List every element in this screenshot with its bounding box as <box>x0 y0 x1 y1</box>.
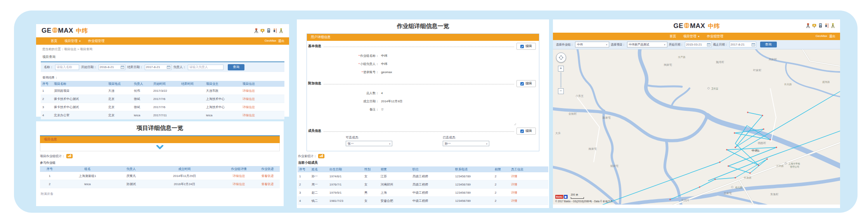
nav-project-management[interactable]: 项目管理▼ <box>683 34 700 39</box>
map-viewport[interactable]: 中纬1 小东王金陵村大升颜家宅顾家宅陆家宅陶家宅水产路施湾村叶家村周家村长高路观… <box>553 49 840 205</box>
section-basic: 基本信息 编辑 <box>307 41 539 50</box>
edit-extra-button[interactable]: 编辑 <box>516 80 536 87</box>
user-detail-bar: 用户详细信息 <box>307 34 539 41</box>
chevron-down-icon: ▾ <box>389 142 390 145</box>
table-link[interactable]: 详情 <box>511 191 517 194</box>
zoom-out-button[interactable]: − <box>558 88 564 94</box>
logo-text-ge: GE <box>42 27 52 35</box>
map-label: 王家宅 <box>724 192 732 195</box>
start-date-input[interactable] <box>100 65 120 69</box>
table-link[interactable]: 详情 <box>511 175 517 178</box>
map-label: 金陵村 <box>568 112 577 116</box>
nav-user-area[interactable]: GeoMax退出 <box>816 34 835 38</box>
nav-workgroup-management[interactable]: 作业组管理 <box>707 34 724 39</box>
search-button[interactable]: 查询 <box>228 64 244 70</box>
logout-link[interactable]: 退出 <box>829 34 835 38</box>
controller-icon <box>818 23 823 28</box>
end-date-input[interactable] <box>146 65 166 69</box>
available-members-select[interactable]: 张一 ▾ <box>346 141 392 146</box>
table-link[interactable]: 详情 <box>511 183 517 186</box>
map-label: 桃园村 <box>758 142 766 145</box>
nav-workgroup-management[interactable]: 作业组管理 <box>88 39 105 44</box>
surveyor-icon <box>824 23 829 28</box>
start-date-input[interactable] <box>686 43 706 46</box>
expand-collapse-row[interactable] <box>40 143 280 151</box>
workload-stats-line: 作业量统计： <box>297 151 549 159</box>
column-header: 职位 <box>411 166 454 172</box>
nav-project-management[interactable]: 项目管理▼ <box>64 39 81 44</box>
map-label: 大升 <box>555 132 561 135</box>
field-group-name: *作业组名称： 中纬 <box>307 54 539 58</box>
surveyor-icon <box>272 28 277 33</box>
end-date-field[interactable] <box>729 42 756 47</box>
edit-basic-button[interactable]: 编辑 <box>516 43 536 50</box>
owner-label: 负责人： <box>173 65 186 69</box>
globe-icon <box>684 23 690 30</box>
calendar-icon[interactable] <box>167 65 170 69</box>
table-row: 2徕卡技术中心测试北京徐斌2017/7/6上海技术中心详细信息 <box>41 95 284 103</box>
start-date-field[interactable] <box>99 65 125 70</box>
start-date-field[interactable] <box>685 42 712 47</box>
nav-home[interactable]: 首页 <box>670 34 676 39</box>
bar-chart-icon[interactable] <box>318 154 324 158</box>
table-link[interactable]: 详细信息 <box>243 97 255 101</box>
table-link[interactable]: 详细信息 <box>243 89 255 93</box>
end-date-field[interactable] <box>145 65 172 70</box>
group-select[interactable]: 中纬▾ <box>575 42 609 47</box>
end-date-input[interactable] <box>731 43 751 46</box>
calendar-icon[interactable] <box>752 43 755 46</box>
calendar-icon[interactable] <box>121 65 124 69</box>
zoom-slider[interactable] <box>560 72 561 88</box>
table-link[interactable]: 详细信息 <box>243 114 255 117</box>
edit-member-button[interactable]: 编辑 <box>516 128 536 135</box>
nav-user-area[interactable]: GeoMax退出 <box>265 39 284 43</box>
chevron-down-icon: ▾ <box>486 142 487 145</box>
footer-note: 附属设备 <box>36 188 284 200</box>
project-info-bar: 项目信息 <box>40 136 280 143</box>
end-date-label: 结束日期： <box>127 65 143 69</box>
map-pan-control[interactable] <box>556 52 566 63</box>
selected-members-label: 已选成员: <box>443 135 489 140</box>
chevron-down-icon: ▾ <box>664 43 665 46</box>
table-link[interactable]: 查看轨迹 <box>262 182 274 186</box>
table-body: 1深圳路项目大连何伟2017/3/22大连市政详细信息2徕卡技术中心测试北京徐斌… <box>41 87 284 119</box>
map-label: 上海市学校 <box>788 162 800 165</box>
map-canvas: 中纬1 小东王金陵村大升颜家宅顾家宅陆家宅陶家宅水产路施湾村叶家村周家村长高路观… <box>553 49 840 205</box>
table-link[interactable]: 详细信息 <box>233 182 245 186</box>
calendar-icon[interactable] <box>707 43 710 46</box>
chevron-down-icon: ▼ <box>79 40 81 42</box>
project-select-label: 选择项目： <box>611 43 625 47</box>
nav-home[interactable]: 首页 <box>51 39 57 44</box>
field-account: *登录账号： geomax <box>307 70 539 74</box>
section-title: 项目查询 <box>36 51 289 61</box>
zoom-in-button[interactable]: + <box>558 66 564 72</box>
name-input[interactable] <box>55 65 79 70</box>
logout-link[interactable]: 退出 <box>278 39 284 43</box>
table-link[interactable]: 详细信息 <box>233 174 245 178</box>
table-link[interactable]: 详细信息 <box>243 105 255 109</box>
track-filter-toolbar: 选择作业组： 中纬▾ 选择项目： 中纬新产品测试▾ 开始日期： 截止日期： 查询 <box>553 40 840 49</box>
table-link[interactable]: 查看轨迹 <box>262 174 274 178</box>
breadcrumb: 您当前的位置：项目信息 > 项目查询 <box>36 45 289 51</box>
dotted-rule <box>324 129 514 132</box>
column-header: 作业组详情 <box>222 166 255 172</box>
table-link[interactable]: 详情 <box>511 199 517 203</box>
column-header: 作业轨迹 <box>255 166 280 172</box>
search-button[interactable]: 查询 <box>760 42 777 47</box>
project-select[interactable]: 中纬新产品测试▾ <box>627 42 667 47</box>
groups-label: 参与作业组 <box>36 159 284 166</box>
owner-input[interactable] <box>188 65 223 70</box>
results-label: 查询结果： <box>36 72 289 81</box>
controller-icon <box>266 28 271 33</box>
bar-chart-icon[interactable] <box>66 154 73 158</box>
column-header: 负责人 <box>116 166 147 172</box>
selected-members-select[interactable]: 孙一 ▾ <box>443 141 489 146</box>
table-header-row: 序号项目名称项目地点负责人开始时间结束时间项目业主项目信息 <box>41 81 284 87</box>
poi-icon <box>708 88 709 89</box>
section-extra: 附加信息 编辑 <box>307 78 539 87</box>
chevron-down-icon[interactable] <box>156 145 164 149</box>
textarea-resize-handle[interactable] <box>307 116 539 126</box>
table-row: 3赵二1979/5/1男上海中级工程师1234567892详情 <box>298 189 548 197</box>
map-label: 幼儿园 <box>735 186 742 189</box>
instrument-icons <box>254 28 284 33</box>
